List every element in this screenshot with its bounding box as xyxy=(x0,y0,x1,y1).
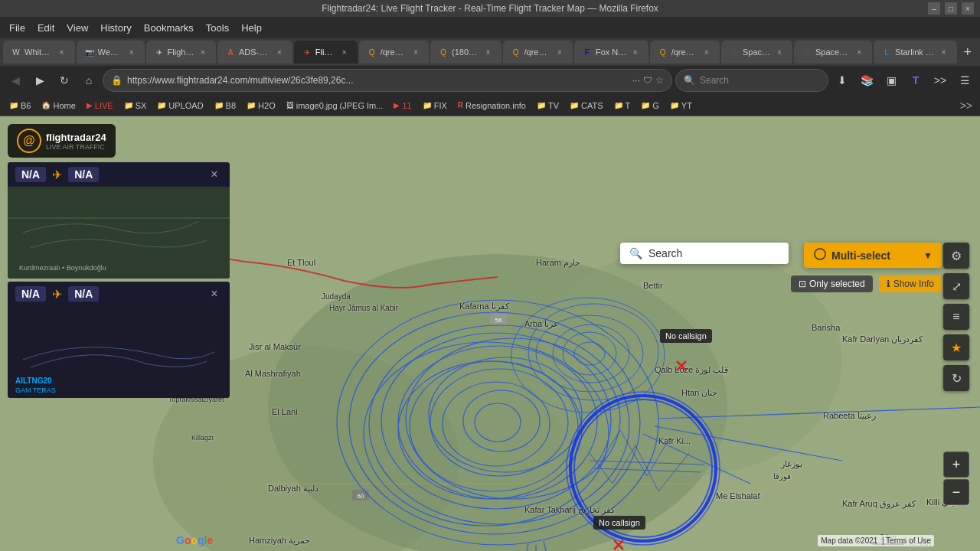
bookmark-item-cats[interactable]: 📁 CATS xyxy=(565,99,608,112)
menu-help[interactable]: Help xyxy=(237,21,266,35)
tab-flight-active[interactable]: ✈ Flight... × xyxy=(294,41,358,64)
map-search-bar[interactable]: 🔍 Search xyxy=(620,243,789,264)
menu-history[interactable]: History xyxy=(96,21,136,35)
bookmark-item-g[interactable]: 📁 G xyxy=(636,99,664,112)
bookmark-item-h2o[interactable]: 📁 H2O xyxy=(242,99,280,112)
forward-button[interactable]: ▶ xyxy=(29,70,51,91)
menu-view[interactable]: View xyxy=(62,21,93,35)
library-btn[interactable]: 📚 xyxy=(856,70,877,91)
map-refresh-btn[interactable]: ↻ xyxy=(943,365,969,391)
bookmark-item-resignation[interactable]: R Resignation.info xyxy=(453,99,531,112)
tab-close-4[interactable]: × xyxy=(274,47,285,57)
tab-180[interactable]: Q (180) /q... × xyxy=(430,41,501,64)
place-et-tloul: Et Tloul xyxy=(287,258,315,267)
bookmark-item-upload[interactable]: 📁 UPLOAD xyxy=(152,99,207,112)
tab-foxnews[interactable]: F Fox New... × xyxy=(574,41,648,64)
menu-bookmarks[interactable]: Bookmarks xyxy=(139,21,198,35)
bookmark-upload-icon: 📁 xyxy=(157,101,166,109)
tab-qresea-1[interactable]: Q /qresea... × xyxy=(359,41,429,64)
fr24-logo[interactable]: @ flightradar24 LIVE AIR TRAFFIC xyxy=(8,124,116,158)
map-controls-right: ⚙ ⤢ ≡ ★ ↻ xyxy=(943,243,969,391)
url-more-icon[interactable]: ··· xyxy=(632,75,640,86)
tab-close-8[interactable]: × xyxy=(554,47,565,57)
bookmark-item-11[interactable]: ▶ 11 xyxy=(389,99,416,112)
home-button[interactable]: ⌂ xyxy=(78,70,100,91)
new-tab-button[interactable]: + xyxy=(959,41,977,63)
fr24-tagline: LIVE AIR TRAFFIC xyxy=(46,143,106,151)
reload-button[interactable]: ↻ xyxy=(54,70,75,91)
tab-spacex-1[interactable]: S SpaceX... × xyxy=(721,41,792,64)
bookmark-item-yt[interactable]: 📁 YT xyxy=(665,99,697,112)
hamburger-menu-btn[interactable]: ☰ xyxy=(954,70,975,91)
menu-file[interactable]: File xyxy=(5,21,30,35)
close-btn[interactable]: × xyxy=(962,2,974,15)
tab-close-7[interactable]: × xyxy=(483,47,494,57)
tab-qresea-2[interactable]: Q /qresea... × xyxy=(503,41,573,64)
bookmark-item-fix[interactable]: 📁 FIX xyxy=(418,99,452,112)
bookmark-star-icon[interactable]: ☆ xyxy=(655,75,664,86)
panel-2-close[interactable]: × xyxy=(207,286,222,302)
place-bouzghar: بوزغار xyxy=(781,459,802,469)
tab-close-9[interactable]: × xyxy=(630,47,641,57)
panel-1-close[interactable]: × xyxy=(207,167,222,182)
multi-select-icon xyxy=(813,247,827,263)
bookmark-item-t[interactable]: 📁 T xyxy=(609,99,635,112)
tab-close-1[interactable]: × xyxy=(57,47,67,57)
tab-close-12[interactable]: × xyxy=(854,47,864,57)
url-bar[interactable]: 🔒 https://www.flightradar24.com/multivie… xyxy=(103,69,672,92)
bookmark-item-b8[interactable]: 📁 B8 xyxy=(210,99,240,112)
tab-qresea-3[interactable]: Q /qresea... × xyxy=(650,41,720,64)
map-fullscreen-btn[interactable]: ⤢ xyxy=(943,273,969,299)
tab-spacex-2[interactable]: S SpaceX S... × xyxy=(794,41,872,64)
bookmark-item-live[interactable]: ▶ LIVE xyxy=(82,99,118,112)
bookmark-item-image[interactable]: 🖼 image0.jpg (JPEG Im... xyxy=(282,99,388,112)
tab-flightradar-1[interactable]: ✈ Flightra... × xyxy=(146,41,216,64)
tab-label-12: SpaceX S... xyxy=(815,47,851,57)
tab-adsb[interactable]: A ADS-B E... × xyxy=(217,41,292,64)
menu-tools[interactable]: Tools xyxy=(201,21,234,35)
nav-search-bar[interactable]: 🔍 Search xyxy=(675,69,828,92)
url-text: https://www.flightradar24.com/multiview/… xyxy=(127,75,628,86)
bookmark-g-icon: 📁 xyxy=(641,101,650,109)
tab-close-3[interactable]: × xyxy=(198,47,208,57)
download-btn[interactable]: ⬇ xyxy=(831,70,853,91)
tab-close-6[interactable]: × xyxy=(410,47,421,57)
bookmark-item-tv[interactable]: 📁 TV xyxy=(532,99,564,112)
multi-select-panel[interactable]: Multi-select ▼ xyxy=(804,243,942,268)
tab-close-10[interactable]: × xyxy=(701,47,712,57)
tab-close-13[interactable]: × xyxy=(939,47,949,57)
place-barisha: Barisha xyxy=(812,323,840,332)
tab-close-11[interactable]: × xyxy=(774,47,785,57)
zoom-in-btn[interactable]: + xyxy=(943,452,969,478)
bookmarks-more-icon[interactable]: >> xyxy=(957,98,975,113)
map-settings-btn[interactable]: ⚙ xyxy=(943,243,969,269)
minimize-btn[interactable]: – xyxy=(928,2,940,15)
menu-edit[interactable]: Edit xyxy=(33,21,59,35)
map-background[interactable]: 56 60 60 56 xyxy=(0,116,980,551)
tab-webcam[interactable]: 📷 Webcam × xyxy=(77,41,145,64)
firefox-sync-btn[interactable]: T xyxy=(905,70,926,91)
bookmark-item-sx[interactable]: 📁 SX xyxy=(119,99,152,112)
bookmark-item-b6[interactable]: 📁 B6 xyxy=(5,99,35,112)
map-favorite-btn[interactable]: ★ xyxy=(943,334,969,360)
flight-panel-1-header: N/A ✈ N/A × xyxy=(8,162,230,187)
extensions-btn[interactable]: >> xyxy=(929,70,951,91)
zoom-out-btn[interactable]: − xyxy=(943,479,969,505)
bookmark-tv-icon: 📁 xyxy=(537,101,546,109)
back-button[interactable]: ◀ xyxy=(5,70,26,91)
place-kafr-ki: Kafr Ki... xyxy=(658,436,691,445)
place-killagzı: Killagzı xyxy=(191,434,214,442)
tab-close-5[interactable]: × xyxy=(339,47,350,57)
only-selected-btn[interactable]: ⊡ Only selected xyxy=(791,276,873,292)
bookmark-label-g: G xyxy=(652,101,659,110)
sidebar-btn[interactable]: ▣ xyxy=(880,70,902,91)
maximize-btn[interactable]: □ xyxy=(945,2,957,15)
tab-white-h[interactable]: W White H... × xyxy=(3,41,75,64)
tab-close-2[interactable]: × xyxy=(126,47,137,57)
bookmark-item-home[interactable]: 🏠 Home xyxy=(37,99,80,112)
bookmark-fix-icon: 📁 xyxy=(423,101,432,109)
map-layers-btn[interactable]: ≡ xyxy=(943,304,969,330)
show-info-btn[interactable]: ℹ Show Info xyxy=(879,276,942,292)
tab-starlink[interactable]: L Starlink Ser... × xyxy=(874,41,956,64)
filter-bar: ⊡ Only selected ℹ Show Info xyxy=(791,276,942,292)
